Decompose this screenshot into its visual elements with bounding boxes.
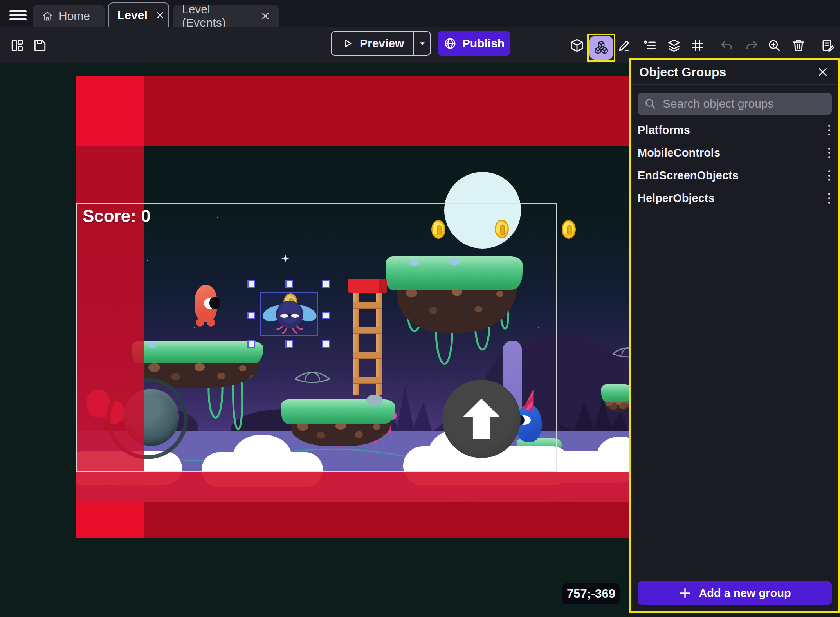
eye-sketch-decor — [611, 343, 629, 363]
objects-panel-icon[interactable] — [568, 37, 586, 54]
platform-sprite[interactable] — [601, 384, 629, 413]
group-row-endscreenobjects[interactable]: EndScreenObjects — [631, 164, 838, 187]
kebab-menu-icon[interactable] — [824, 168, 834, 183]
red-zone-bottom-corner[interactable] — [76, 502, 144, 538]
selection-handle[interactable] — [285, 280, 293, 288]
preview-label: Preview — [360, 37, 404, 50]
search-icon — [644, 97, 656, 110]
red-zone-bottom[interactable] — [76, 502, 629, 538]
selection-handle[interactable] — [247, 340, 255, 348]
tab-level[interactable]: Level — [108, 2, 169, 27]
add-new-group-label: Add a new group — [699, 587, 791, 600]
cursor-coordinates-badge: 757;-369 — [562, 583, 620, 604]
group-row-helperobjects[interactable]: HelperObjects — [631, 187, 838, 209]
publish-button[interactable]: Publish — [438, 31, 510, 56]
panel-title: Object Groups — [639, 65, 815, 79]
selection-handle[interactable] — [322, 312, 330, 319]
group-label: HelperObjects — [638, 192, 824, 205]
home-icon — [41, 10, 53, 22]
globe-icon — [443, 37, 457, 50]
add-new-group-button[interactable]: Add a new group — [638, 581, 832, 605]
edit-scene-properties-icon[interactable] — [819, 37, 836, 54]
gdevelop-editor-window: Home Level Level (Events) — [0, 0, 840, 617]
edit-tool-icon[interactable] — [616, 37, 633, 54]
group-label: MobileControls — [638, 146, 824, 159]
coin-sprite[interactable] — [562, 220, 576, 239]
selection-handle[interactable] — [285, 340, 293, 348]
red-zone-corner[interactable] — [76, 76, 144, 146]
layers-icon[interactable] — [665, 37, 683, 54]
trash-icon[interactable] — [790, 37, 807, 54]
preview-split-button: Preview — [331, 31, 431, 56]
kebab-menu-icon[interactable] — [824, 145, 834, 161]
group-label: Platforms — [638, 124, 824, 137]
group-row-platforms[interactable]: Platforms — [631, 119, 838, 141]
selection-handle[interactable] — [247, 312, 255, 319]
search-input[interactable] — [662, 97, 826, 111]
tab-level-close-icon[interactable] — [155, 11, 165, 20]
grid-icon[interactable] — [689, 37, 706, 54]
undo-icon[interactable] — [718, 37, 735, 54]
preview-button[interactable]: Preview — [332, 32, 413, 55]
search-object-groups-box — [638, 93, 832, 115]
toggle-panels-icon[interactable] — [9, 37, 26, 54]
tab-home-label: Home — [59, 9, 90, 23]
object-groups-panel: Object Groups Platforms MobileControls E… — [629, 58, 840, 613]
level-scene: Score: 0 — [76, 76, 629, 538]
tab-bar: Home Level Level (Events) — [0, 0, 840, 27]
tab-level-events-label: Level (Events) — [182, 3, 253, 29]
kebab-menu-icon[interactable] — [824, 123, 834, 138]
plus-icon — [678, 586, 692, 600]
object-groups-panel-icon[interactable] — [589, 36, 613, 60]
red-zone-top[interactable] — [76, 76, 629, 146]
group-row-mobilecontrols[interactable]: MobileControls — [631, 141, 838, 164]
score-text[interactable]: Score: 0 — [83, 206, 151, 226]
main-menu-icon[interactable] — [9, 8, 27, 20]
selection-handle[interactable] — [247, 280, 255, 288]
selection-handle[interactable] — [322, 280, 330, 288]
publish-label: Publish — [462, 37, 505, 50]
tab-level-events-close-icon[interactable] — [261, 11, 270, 21]
zoom-in-icon[interactable] — [766, 37, 783, 54]
object-groups-header: Object Groups — [631, 60, 838, 85]
tab-home[interactable]: Home — [33, 5, 105, 27]
save-icon[interactable] — [31, 37, 49, 54]
play-icon — [341, 37, 353, 50]
toolbar-divider — [813, 34, 813, 57]
red-zone-floor[interactable] — [76, 472, 629, 502]
selection-handle[interactable] — [322, 340, 330, 348]
group-label: EndScreenObjects — [638, 169, 824, 182]
preview-options-button[interactable] — [413, 32, 430, 55]
redo-icon[interactable] — [743, 37, 760, 54]
kebab-menu-icon[interactable] — [824, 191, 834, 206]
instances-list-icon[interactable] — [641, 37, 658, 54]
tab-level-label: Level — [117, 9, 148, 22]
tab-level-events[interactable]: Level (Events) — [173, 5, 279, 27]
camera-frame — [76, 203, 557, 472]
close-icon[interactable] — [815, 65, 830, 79]
scene-editor-canvas[interactable]: Score: 0 — [0, 63, 629, 617]
toolbar-divider — [712, 34, 712, 57]
bat-enemy-sprite[interactable] — [262, 296, 317, 335]
chevron-down-icon — [417, 38, 427, 49]
